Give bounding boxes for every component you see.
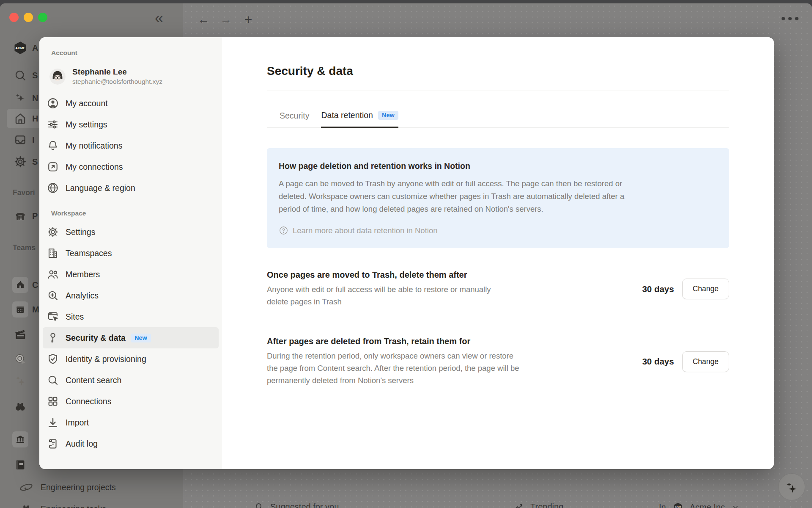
- person-circle-icon: [46, 97, 60, 110]
- svg-text:ACME: ACME: [675, 506, 681, 508]
- sidebar-item-settings[interactable]: Settings: [43, 221, 219, 243]
- sidebar-item-my-account[interactable]: My account: [43, 93, 219, 114]
- sidebar-item-connections[interactable]: Connections: [43, 391, 219, 412]
- more-options-button[interactable]: [782, 17, 798, 20]
- sidebar-item-engineering-projects[interactable]: Engineering projects: [0, 480, 116, 494]
- workspace-filter[interactable]: In ACME Acme Inc: [659, 502, 739, 508]
- binoculars-icon: [12, 400, 29, 413]
- sliders-icon: [46, 118, 60, 131]
- sidebar-item-audit-log[interactable]: Audit log: [43, 433, 219, 454]
- sidebar-item-content-search[interactable]: Content search: [43, 370, 219, 391]
- account-section-header: Account: [51, 49, 222, 57]
- building-icon: [46, 247, 60, 260]
- sidebar-item-teamspaces[interactable]: Teamspaces: [43, 243, 219, 264]
- info-box-body: A page can be moved to Trash by anyone w…: [279, 177, 637, 215]
- label-hint: H: [32, 114, 38, 124]
- settings-modal: Account Stephanie Lee stephanie@toolsfor…: [39, 37, 774, 469]
- change-button[interactable]: Change: [682, 351, 729, 372]
- setting-value: 30 days: [642, 356, 674, 367]
- sidebar-item-my-notifications[interactable]: My notifications: [43, 135, 219, 156]
- down-arrow-icon: [46, 416, 60, 429]
- sidebar-item-security-data[interactable]: Security & data New: [43, 327, 219, 348]
- home-badge-icon: [12, 277, 28, 293]
- tab-bar: Security Data retention New: [267, 91, 729, 128]
- double-chevron-left-icon: «: [155, 9, 163, 27]
- item-label: Audit log: [66, 439, 98, 449]
- suggested-for-you-header: Suggested for you: [254, 502, 339, 508]
- gear-icon: [12, 155, 29, 168]
- setting-value: 30 days: [642, 284, 674, 294]
- account-user-row[interactable]: Stephanie Lee stephanie@toolsforthought.…: [46, 64, 219, 88]
- item-label: My settings: [66, 120, 107, 130]
- back-icon: ←: [198, 13, 209, 26]
- settings-sidebar: Account Stephanie Lee stephanie@toolsfor…: [39, 37, 222, 469]
- label-hint: P: [32, 211, 38, 221]
- svg-text:ACME: ACME: [15, 46, 25, 50]
- item-label: Security & data: [66, 333, 126, 343]
- acme-logo-icon: ACME: [12, 41, 29, 55]
- back-button[interactable]: ←: [196, 12, 211, 27]
- sidebar-item-engineering-tasks[interactable]: Engineering tasks: [0, 502, 106, 508]
- sidebar-item-analytics[interactable]: Analytics: [43, 285, 219, 306]
- sidebar-item-sites[interactable]: Sites: [43, 306, 219, 327]
- new-badge: New: [378, 111, 398, 120]
- sidebar-item-identity-provisioning[interactable]: Identity & provisioning: [43, 348, 219, 370]
- sidebar-item-my-connections[interactable]: My connections: [43, 156, 219, 177]
- user-email: stephanie@toolsforthought.xyz: [72, 78, 162, 86]
- magnifier-plus-icon: [46, 289, 60, 302]
- forward-button[interactable]: →: [218, 12, 233, 27]
- tab-security[interactable]: Security: [280, 110, 309, 127]
- planet-doodle-icon: [19, 480, 33, 494]
- item-label: Teamspaces: [66, 248, 112, 258]
- scroll-icon: [46, 437, 60, 450]
- setting-title: After pages are deleted from Trash, reta…: [267, 337, 634, 346]
- teamspaces-section-header: Teams: [13, 243, 36, 252]
- notion-ai-button[interactable]: [778, 473, 805, 500]
- learn-more-label: Learn more about data retention in Notio…: [293, 226, 437, 235]
- item-label: Analytics: [66, 291, 99, 301]
- trending-label: Trending: [530, 502, 563, 508]
- search-icon: [12, 69, 29, 82]
- item-label: My connections: [66, 162, 123, 172]
- sidebar-item-import[interactable]: Import: [43, 412, 219, 433]
- shared-page-label: Engineering tasks: [41, 504, 106, 508]
- sidebar-item-members[interactable]: Members: [43, 264, 219, 285]
- calendar-badge-icon: [12, 301, 28, 318]
- home-icon: [12, 112, 29, 125]
- sidebar-item-my-settings[interactable]: My settings: [43, 114, 219, 135]
- learn-more-link[interactable]: Learn more about data retention in Notio…: [279, 226, 717, 235]
- lightbulb-icon: [254, 502, 263, 508]
- new-page-button[interactable]: +: [241, 12, 256, 27]
- clapperboard-icon: [12, 328, 29, 341]
- setting-description: Anyone with edit or full access will be …: [267, 283, 511, 308]
- zoom-window-button[interactable]: [38, 13, 47, 22]
- sidebar-item-language-region[interactable]: Language & region: [43, 177, 219, 199]
- setting-title: Once pages are moved to Trash, delete th…: [267, 270, 634, 280]
- tab-label: Security: [280, 111, 309, 121]
- grid-icon: [46, 395, 60, 408]
- notebook-icon: [12, 458, 29, 471]
- label-hint: C: [32, 280, 38, 290]
- label-hint: N: [32, 94, 38, 103]
- avatar: [49, 69, 66, 85]
- item-label: Connections: [66, 397, 111, 406]
- change-button[interactable]: Change: [682, 279, 729, 299]
- sparkles-icon: [12, 374, 29, 388]
- minimize-window-button[interactable]: [24, 13, 33, 22]
- item-label: Members: [66, 270, 100, 279]
- info-box-title: How page deletion and retention works in…: [279, 161, 717, 171]
- browser-cursor-icon: [46, 310, 60, 323]
- tab-data-retention[interactable]: Data retention New: [321, 110, 398, 128]
- workspace-name-label: Acme Inc: [690, 502, 725, 508]
- close-window-button[interactable]: [9, 13, 19, 22]
- collapse-sidebar-button[interactable]: «: [155, 9, 163, 27]
- item-label: Content search: [66, 375, 121, 385]
- item-label: My account: [66, 99, 108, 108]
- user-name: Stephanie Lee: [72, 67, 162, 77]
- label-hint: S: [32, 157, 38, 167]
- arrow-out-box-icon: [46, 160, 60, 173]
- tab-label: Data retention: [321, 110, 373, 120]
- page-title: Security & data: [267, 37, 729, 78]
- bell-icon: [46, 139, 60, 152]
- trending-header: Trending: [514, 502, 563, 508]
